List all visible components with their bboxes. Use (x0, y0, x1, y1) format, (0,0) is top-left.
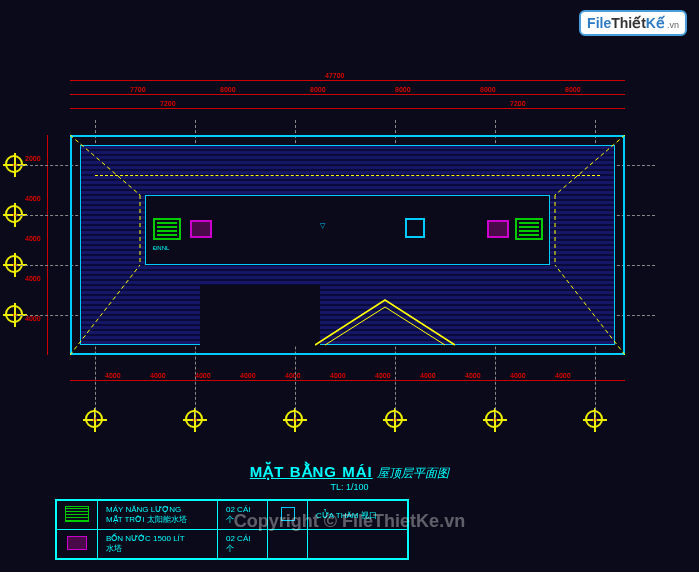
axis-marker (85, 410, 103, 428)
legend-table: MÁY NĂNG LƯỢNG MẶT TRỜI 太阳能水塔 02 CÁI 个 C… (55, 499, 409, 560)
dim: 4000 (555, 372, 571, 379)
equip-label: ĐNNL (153, 245, 169, 251)
roof-hatch-icon (405, 218, 425, 238)
dim-line (47, 135, 48, 355)
roof-hatch-icon (281, 507, 295, 521)
logo-thiet: Thiết (611, 15, 646, 31)
legend-label: CỬA THĂM 视口 (308, 501, 408, 530)
legend-qty: 02 CÁI 个 (218, 530, 268, 559)
cad-canvas: FileThiếtKế.vn 47700 7700 8000 8000 8000… (0, 0, 699, 572)
axis-marker (5, 155, 23, 173)
dim: 8000 (310, 86, 326, 93)
floor-plan-drawing: 47700 7700 8000 8000 8000 8000 8000 7200… (55, 100, 635, 400)
dim: 4000 (25, 315, 41, 322)
solar-panel-icon (515, 218, 543, 240)
dim: 7200 (510, 100, 526, 107)
legend-label: BỒN NƯỚC 1500 LÍT 水塔 (98, 530, 218, 559)
level-marker: ▽ (320, 222, 325, 230)
dim: 4000 (195, 372, 211, 379)
dim-line (70, 94, 625, 95)
dim: 4000 (285, 372, 301, 379)
logo-file: File (587, 15, 611, 31)
gable-front (315, 295, 455, 350)
axis-marker (585, 410, 603, 428)
dim: 4000 (240, 372, 256, 379)
dim: 4000 (25, 195, 41, 202)
axis-marker (5, 305, 23, 323)
axis-marker (385, 410, 403, 428)
dim: 2000 (25, 155, 41, 162)
logo-vn: .vn (667, 20, 679, 30)
dim: 4000 (105, 372, 121, 379)
dim: 7700 (130, 86, 146, 93)
dim: 4000 (330, 372, 346, 379)
solar-panel-icon (153, 218, 181, 240)
dim: 8000 (395, 86, 411, 93)
legend-row: MÁY NĂNG LƯỢNG MẶT TRỜI 太阳能水塔 02 CÁI 个 C… (57, 501, 408, 530)
title-scale: TL: 1/100 (250, 482, 449, 492)
axis-marker (285, 410, 303, 428)
axis-marker (185, 410, 203, 428)
roof-notch (200, 285, 320, 345)
dim: 4000 (375, 372, 391, 379)
ridge-line (95, 175, 600, 176)
title-main: MẶT BẰNG MÁI (250, 463, 373, 480)
solar-panel-icon (65, 506, 89, 522)
dim-line (70, 108, 625, 109)
dim: 8000 (480, 86, 496, 93)
drawing-title: MẶT BẰNG MÁI 屋顶层平面图 TL: 1/100 (250, 463, 449, 492)
dim: 8000 (220, 86, 236, 93)
dim-line (70, 80, 625, 81)
axis-marker (5, 255, 23, 273)
axis-marker (485, 410, 503, 428)
dim: 4000 (420, 372, 436, 379)
dim: 4000 (150, 372, 166, 379)
dim: 4000 (465, 372, 481, 379)
site-logo: FileThiếtKế.vn (579, 10, 687, 36)
water-tank-icon (67, 536, 87, 550)
water-tank-icon (487, 220, 509, 238)
legend-label: MÁY NĂNG LƯỢNG MẶT TRỜI 太阳能水塔 (98, 501, 218, 530)
dim-total: 47700 (325, 72, 344, 79)
legend-qty: 02 CÁI 个 (218, 501, 268, 530)
dim: 7200 (160, 100, 176, 107)
logo-ke: Kế (646, 15, 665, 31)
title-chinese: 屋顶层平面图 (377, 466, 449, 480)
axis-marker (5, 205, 23, 223)
water-tank-icon (190, 220, 212, 238)
dim: 8000 (565, 86, 581, 93)
dim: 4000 (510, 372, 526, 379)
legend-row: BỒN NƯỚC 1500 LÍT 水塔 02 CÁI 个 (57, 530, 408, 559)
dim-line (70, 380, 625, 381)
dim: 4000 (25, 235, 41, 242)
dim: 4000 (25, 275, 41, 282)
